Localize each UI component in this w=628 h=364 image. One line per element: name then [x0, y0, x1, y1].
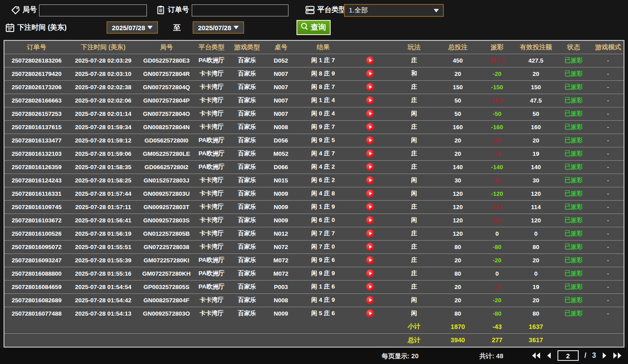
table-row: 250728016133477 2025-07-28 01:59:12 GD05…	[4, 134, 624, 147]
cell-valid-bet: 80	[517, 307, 555, 320]
cell-result: 闲 4 庄 8	[296, 187, 351, 200]
cell-game-no: GN0072572804P	[138, 94, 195, 107]
cell-bet-time: 2025-07-28 01:57:11	[69, 200, 138, 214]
cell-replay	[351, 174, 390, 187]
cell-game-mode: -	[592, 293, 624, 307]
play-icon[interactable]	[366, 83, 374, 91]
table-row: 250728026166663 2025-07-28 02:02:06 GN00…	[4, 94, 624, 107]
bet-records-table: 订单号 下注时间 (美东) 局号 平台类型 游戏类型 桌号 结果 玩法 总投注 …	[4, 40, 624, 348]
cell-game-no: GN0152572803J	[138, 174, 195, 187]
filter-bar: 局号 订单号 平台类型 1.全部	[0, 0, 628, 40]
status-badge: 已派彩	[555, 54, 592, 67]
play-icon[interactable]	[366, 56, 374, 64]
cell-result: 闲 1 庄 6	[296, 280, 351, 293]
cell-result: 闲 5 庄 6	[296, 307, 351, 320]
cell-game-mode: -	[592, 307, 624, 320]
cell-total-bet: 80	[438, 307, 477, 320]
play-icon[interactable]	[366, 229, 374, 237]
cell-order-no: 250728026179420	[4, 67, 69, 80]
table-row: 250728016116331 2025-07-28 01:57:44 GN00…	[4, 187, 624, 200]
grand-total-spacer	[4, 333, 390, 347]
cell-result: 闲 6 庄 2	[296, 174, 351, 187]
table-row: 250728016137615 2025-07-28 01:59:34 GN00…	[4, 120, 624, 134]
grand-total-label: 总计	[390, 333, 438, 347]
cell-order-no: 250728026166663	[4, 94, 69, 107]
cell-game-mode: -	[592, 267, 624, 280]
game-no-input[interactable]	[39, 4, 147, 16]
prev-page-icon[interactable]	[546, 352, 552, 359]
play-icon[interactable]	[366, 150, 374, 158]
cell-platform-type: PA欧洲厅	[195, 54, 228, 67]
cell-order-no: 250728016133477	[4, 134, 69, 147]
first-page-icon[interactable]	[532, 352, 541, 359]
cell-bet-time: 2025-07-28 02:01:14	[69, 107, 138, 120]
status-badge: 已派彩	[555, 94, 592, 107]
play-icon[interactable]	[366, 190, 374, 198]
table-header-row: 订单号 下注时间 (美东) 局号 平台类型 游戏类型 桌号 结果 玩法 总投注 …	[4, 41, 624, 54]
cell-result: 闲 9 庄 6	[296, 253, 351, 267]
play-icon[interactable]	[366, 309, 374, 317]
date-to-label: 至	[173, 23, 181, 33]
cell-platform-type: 卡卡湾厅	[195, 67, 228, 80]
play-icon[interactable]	[366, 123, 374, 131]
cell-platform-type: 卡卡湾厅	[195, 307, 228, 320]
play-icon[interactable]	[366, 203, 374, 211]
cell-result: 闲 8 庄 7	[296, 80, 351, 94]
cell-bet-time: 2025-07-28 01:56:19	[69, 227, 138, 240]
cell-result: 闲 4 庄 9	[296, 293, 351, 307]
cell-game-type: 百家乐	[228, 214, 266, 227]
cell-platform-type: 卡卡湾厅	[195, 227, 228, 240]
play-icon[interactable]	[366, 296, 374, 304]
bet-time-label-group: 下注时间 (美东)	[5, 23, 67, 32]
cell-platform-type: 卡卡湾厅	[195, 187, 228, 200]
table-row: 250728016109745 2025-07-28 01:57:11 GN00…	[4, 200, 624, 214]
cell-platform-type: 卡卡湾厅	[195, 200, 228, 214]
play-icon[interactable]	[366, 269, 374, 277]
play-icon[interactable]	[366, 163, 374, 171]
cell-result: 闲 7 庄 7	[296, 227, 351, 240]
play-icon[interactable]	[366, 70, 374, 78]
cell-game-type: 百家乐	[228, 187, 266, 200]
cell-total-bet: 30	[438, 174, 477, 187]
search-button[interactable]: 查询	[296, 20, 331, 35]
table-row: 250728016100526 2025-07-28 01:56:19 GN01…	[4, 227, 624, 240]
cell-game-mode: -	[592, 54, 624, 67]
subtotal-valid-bet: 1637	[517, 320, 555, 333]
play-icon[interactable]	[366, 96, 374, 104]
last-page-icon[interactable]	[613, 352, 622, 359]
status-badge: 已派彩	[555, 293, 592, 307]
play-icon[interactable]	[366, 216, 374, 224]
play-icon[interactable]	[366, 110, 374, 118]
play-icon[interactable]	[366, 176, 374, 184]
cell-game-no: GN0092572803U	[138, 187, 195, 200]
cell-play: 庄	[390, 160, 438, 174]
chevron-down-icon	[147, 26, 153, 29]
play-icon[interactable]	[366, 243, 374, 251]
play-icon[interactable]	[366, 136, 374, 144]
cell-bet-time: 2025-07-28 01:59:34	[69, 120, 138, 134]
cell-replay	[351, 200, 390, 214]
platform-type-select[interactable]: 1.全部	[344, 4, 444, 17]
cell-game-no: GD052257280E3	[138, 54, 195, 67]
cell-payout: -20	[477, 67, 517, 80]
cell-result: 闲 4 庄 7	[296, 147, 351, 160]
cell-bet-time: 2025-07-28 01:57:44	[69, 187, 138, 200]
cell-order-no: 250728016116331	[4, 187, 69, 200]
cell-bet-time: 2025-07-28 01:58:35	[69, 160, 138, 174]
next-page-icon[interactable]	[602, 352, 607, 359]
cell-platform-type: PA欧洲厅	[195, 253, 228, 267]
table-row: 250728016126359 2025-07-28 01:58:35 GD06…	[4, 160, 624, 174]
cell-game-mode: -	[592, 214, 624, 227]
cell-order-no: 250728016095072	[4, 240, 69, 253]
play-icon[interactable]	[366, 283, 374, 291]
page-number-input[interactable]	[557, 350, 579, 361]
cell-total-bet: 120	[438, 214, 477, 227]
date-to-picker[interactable]: 2025/07/28	[193, 21, 244, 34]
calendar-icon	[5, 23, 15, 32]
date-from-picker[interactable]: 2025/07/28	[107, 21, 158, 34]
cell-replay	[351, 147, 390, 160]
order-no-input[interactable]	[192, 4, 288, 16]
cell-table-no: N009	[266, 200, 296, 214]
play-icon[interactable]	[366, 256, 374, 264]
cell-bet-time: 2025-07-28 02:02:06	[69, 94, 138, 107]
